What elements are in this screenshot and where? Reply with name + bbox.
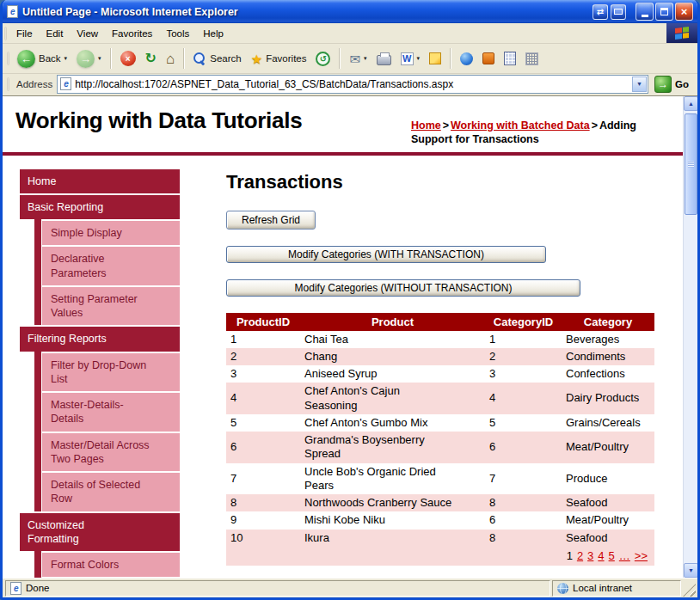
scrollbar-thumb[interactable] — [685, 113, 697, 215]
menu-view[interactable]: View — [70, 23, 105, 43]
favorites-label: Favorites — [266, 53, 306, 64]
breadcrumb-home-link[interactable]: Home — [411, 119, 441, 132]
sidebar-item-filtering-reports[interactable]: Filtering Reports — [20, 327, 180, 351]
cell-categoryid: 2 — [485, 348, 562, 365]
sidebar-item-details-of-selected-row[interactable]: Details of Selected Row — [42, 473, 180, 511]
window-title: Untitled Page - Microsoft Internet Explo… — [22, 6, 588, 18]
go-button[interactable]: → Go — [653, 76, 694, 93]
menu-tools[interactable]: Tools — [159, 23, 196, 43]
table-row: 6Grandma's Boysenberry Spread6Meat/Poult… — [226, 432, 654, 463]
messenger-button[interactable] — [456, 50, 477, 68]
cell-product: Ikura — [300, 530, 485, 547]
cell-categoryid: 4 — [485, 383, 562, 414]
sidebar-item-format-colors[interactable]: Format Colors — [42, 553, 180, 577]
calculator-button[interactable] — [500, 49, 520, 68]
print-button[interactable] — [372, 50, 396, 68]
toolbar-separator — [183, 48, 185, 69]
forward-button[interactable]: → ▾ — [72, 47, 106, 70]
toolbar-grip[interactable] — [4, 27, 7, 40]
home-button[interactable]: ⌂ — [162, 49, 179, 69]
menu-edit[interactable]: Edit — [40, 23, 71, 43]
pager-ellipsis-link[interactable]: … — [619, 549, 630, 562]
toolbar-separator — [110, 48, 112, 69]
cell-category: Seafood — [562, 494, 654, 511]
search-button[interactable]: Search — [189, 50, 245, 68]
pager-next-link[interactable]: >> — [635, 549, 648, 562]
pager-page-5[interactable]: 5 — [609, 549, 615, 562]
toolbar-grip[interactable] — [7, 77, 9, 91]
favorites-button[interactable]: ★ Favorites — [247, 50, 311, 68]
status-page-icon — [10, 582, 21, 595]
address-dropdown-button[interactable]: ▼ — [632, 77, 647, 92]
sidebar-item-declarative-parameters[interactable]: Declarative Parameters — [42, 247, 180, 285]
cell-categoryid: 5 — [485, 414, 562, 432]
sidebar-item-simple-display[interactable]: Simple Display — [42, 221, 180, 245]
notes-button[interactable] — [425, 50, 445, 67]
breadcrumb-separator: > — [592, 119, 598, 132]
cell-category: Meat/Poultry — [562, 511, 654, 529]
sidebar-item-filter-by-drop-down-list[interactable]: Filter by Drop-Down List — [42, 353, 180, 392]
cell-categoryid: 3 — [485, 365, 562, 383]
page-header: Working with Data Tutorials Home>Working… — [3, 96, 683, 152]
cell-productid: 2 — [226, 348, 300, 365]
search-label: Search — [210, 53, 241, 64]
cell-productid: 5 — [226, 414, 300, 432]
history-button[interactable]: ↺ — [311, 49, 335, 69]
pager-page-2[interactable]: 2 — [577, 549, 583, 562]
cell-product: Grandma's Boysenberry Spread — [300, 432, 485, 463]
resize-grip[interactable] — [683, 584, 696, 597]
toolbar: ← Back ▾ → ▾ × ↻ ⌂ Search ★ Favorites ↺ … — [3, 44, 697, 74]
back-button[interactable]: ← Back ▾ — [13, 47, 71, 70]
back-icon: ← — [17, 50, 35, 68]
main-content: Transactions Refresh Grid Modify Categor… — [226, 169, 660, 566]
menu-file[interactable]: File — [9, 23, 40, 43]
modify-with-transaction-button[interactable]: Modify Categories (WITH TRANSACTION) — [226, 246, 546, 263]
scroll-up-icon: ▲ — [688, 101, 694, 107]
windows-flag-icon — [675, 27, 689, 40]
refresh-button[interactable]: ↻ — [141, 49, 161, 68]
window-screen-button[interactable] — [611, 4, 626, 20]
window-switch-button[interactable]: ⇄ — [593, 4, 608, 20]
grid-button[interactable] — [521, 50, 543, 68]
sidebar-item-master-details-details[interactable]: Master-Details-Details — [42, 393, 180, 432]
cell-product: Chef Anton's Cajun Seasoning — [300, 383, 485, 414]
address-input[interactable] — [75, 77, 629, 92]
maximize-button[interactable] — [655, 3, 673, 21]
sidebar-item-basic-reporting[interactable]: Basic Reporting — [20, 195, 180, 219]
toolbar-separator — [339, 48, 341, 69]
cell-category: Seafood — [562, 530, 654, 547]
pager-row: 12345…>> — [226, 547, 654, 566]
sidebar-item-setting-parameter-values[interactable]: Setting Parameter Values — [42, 287, 180, 326]
toolbar-grip[interactable] — [7, 52, 9, 65]
minimize-button[interactable] — [636, 3, 654, 21]
sidebar-item-customized-formatting[interactable]: Customized Formatting — [20, 513, 180, 552]
cell-categoryid: 6 — [485, 511, 562, 529]
sidebar-item-home[interactable]: Home — [20, 169, 180, 193]
breadcrumb-batched-data-link[interactable]: Working with Batched Data — [451, 119, 590, 132]
cell-categoryid: 7 — [485, 463, 562, 495]
mail-button[interactable]: ✉ ▾ — [345, 50, 371, 68]
go-label: Go — [675, 79, 689, 89]
pager-page-3[interactable]: 3 — [587, 549, 593, 562]
edit-word-button[interactable]: W ▾ — [396, 50, 425, 68]
scroll-up-button[interactable]: ▲ — [684, 96, 697, 111]
close-button[interactable]: × — [675, 3, 693, 21]
table-row: 10Ikura8Seafood — [226, 530, 654, 547]
research-icon — [482, 52, 494, 64]
modify-without-transaction-button[interactable]: Modify Categories (WITHOUT TRANSACTION) — [226, 279, 580, 297]
research-button[interactable] — [478, 50, 499, 67]
chevron-down-icon: ▾ — [417, 55, 421, 62]
pager-page-4[interactable]: 4 — [598, 549, 604, 562]
menu-help[interactable]: Help — [196, 23, 230, 43]
cell-product: Chai Tea — [300, 331, 485, 348]
scroll-down-icon: ▼ — [688, 567, 694, 573]
scroll-down-button[interactable]: ▼ — [684, 563, 697, 578]
cell-product: Chef Anton's Gumbo Mix — [300, 414, 485, 432]
vertical-scrollbar: ▲ ▼ — [683, 96, 697, 578]
chevron-down-icon: ▾ — [98, 55, 101, 62]
stop-button[interactable]: × — [116, 48, 140, 69]
refresh-grid-button[interactable]: Refresh Grid — [226, 211, 316, 230]
sidebar-item-master-detail-across-two-pages[interactable]: Master/Detail Across Two Pages — [42, 433, 180, 472]
menu-favorites[interactable]: Favorites — [105, 23, 159, 43]
browser-window: Untitled Page - Microsoft Internet Explo… — [0, 0, 700, 600]
